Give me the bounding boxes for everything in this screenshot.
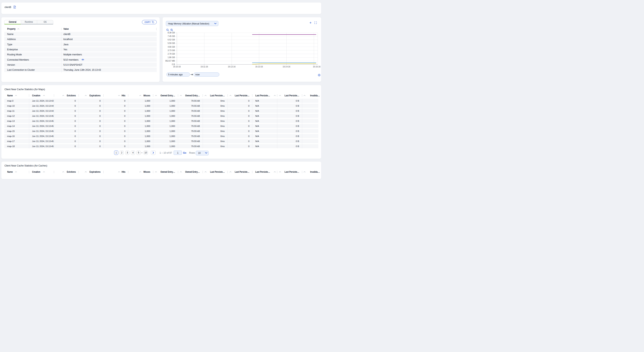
svg-text:15:10:16: 15:10:16 bbox=[173, 65, 181, 68]
svg-text:8.38 GB: 8.38 GB bbox=[168, 31, 175, 34]
svg-text:15:13:16: 15:13:16 bbox=[255, 65, 263, 68]
svg-text:3.73 GB: 3.73 GB bbox=[168, 49, 175, 51]
svg-text:2.79 GB: 2.79 GB bbox=[168, 53, 175, 55]
svg-text:6.52 GB: 6.52 GB bbox=[168, 38, 175, 41]
svg-text:7.45 GB: 7.45 GB bbox=[168, 35, 175, 37]
svg-text:5.59 GB: 5.59 GB bbox=[168, 42, 175, 44]
svg-text:953.67 MB: 953.67 MB bbox=[165, 60, 175, 62]
svg-text:15:12:16: 15:12:16 bbox=[228, 65, 236, 68]
svg-text:15:14:16: 15:14:16 bbox=[283, 65, 290, 68]
svg-text:0 B: 0 B bbox=[172, 63, 175, 65]
svg-text:1.86 GB: 1.86 GB bbox=[168, 56, 175, 58]
svg-text:4.66 GB: 4.66 GB bbox=[168, 46, 175, 48]
svg-text:15:11:16: 15:11:16 bbox=[200, 65, 208, 68]
svg-text:15:15:16: 15:15:16 bbox=[313, 65, 321, 68]
